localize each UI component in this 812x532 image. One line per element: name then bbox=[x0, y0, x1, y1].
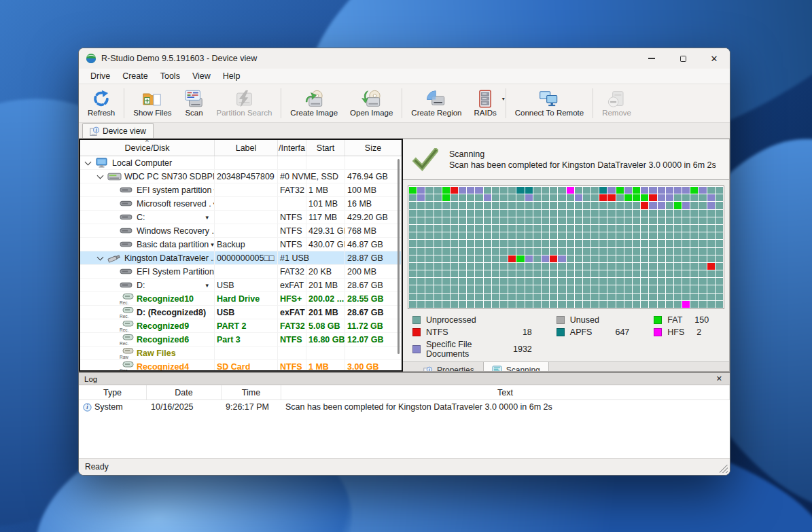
menu-create[interactable]: Create bbox=[116, 70, 154, 82]
scan-status-text: Scan has been completed for Kingston Dat… bbox=[449, 160, 716, 170]
scan-block bbox=[533, 301, 541, 308]
menu-tools[interactable]: Tools bbox=[154, 70, 186, 82]
scan-block bbox=[707, 202, 715, 209]
device-row-raw-files[interactable]: RawRaw Files bbox=[80, 347, 402, 360]
log-column-header-text[interactable]: Text bbox=[281, 385, 730, 400]
scan-block bbox=[649, 210, 656, 217]
scan-block bbox=[575, 278, 582, 285]
tab-device-view[interactable]: i Device view bbox=[82, 123, 154, 138]
minimize-button[interactable] bbox=[636, 48, 667, 69]
scan-block bbox=[641, 187, 648, 194]
log-row[interactable]: iSystem10/16/20259:26:17 PMScan has been… bbox=[79, 400, 730, 414]
scan-block bbox=[508, 301, 516, 308]
device-row-efi-system-partition[interactable]: EFI system partition▾FAT321 MB100 MB bbox=[80, 183, 402, 197]
scan-block bbox=[575, 217, 582, 224]
device-start-cell: 429.31 GB bbox=[306, 224, 345, 238]
device-row-recognized6[interactable]: Rec.Recognized6Part 3NTFS16.80 GB12.07 G… bbox=[80, 333, 402, 347]
scan-block bbox=[542, 202, 549, 209]
column-header-interfa[interactable]: /Interfa bbox=[278, 140, 306, 156]
device-row-microsoft-reserved[interactable]: Microsoft reserved .▾101 MB16 MB bbox=[80, 197, 402, 211]
chevron-down-icon[interactable] bbox=[97, 253, 104, 260]
column-header-size[interactable]: Size bbox=[345, 140, 402, 156]
device-row-d[interactable]: D:▾USBexFAT201 MB28.67 GB bbox=[80, 279, 402, 292]
connect-to-remote-button[interactable]: Connect To Remote bbox=[509, 86, 590, 121]
expand-marker[interactable]: ▾ bbox=[211, 241, 214, 248]
scan-block bbox=[575, 210, 582, 217]
scan-block bbox=[699, 278, 706, 285]
device-label-cell: SD Card bbox=[215, 360, 278, 370]
device-row-recognized4[interactable]: Rec.Recognized4SD CardNTFS1 MB3.00 GB bbox=[80, 360, 402, 370]
column-header-device-disk[interactable]: Device/Disk˄ bbox=[80, 140, 215, 156]
scan-block bbox=[707, 255, 715, 262]
create-region-label: Create Region bbox=[411, 109, 461, 117]
scan-block bbox=[666, 202, 673, 209]
device-fs-cell: FAT32 bbox=[278, 183, 306, 197]
device-row-recognized9[interactable]: Rec.Recognized9PART 2FAT325.08 GB11.72 G… bbox=[80, 319, 402, 333]
scan-block bbox=[666, 285, 673, 292]
device-row-efi-system-partition[interactable]: EFI System Partition▾FAT3220 KB200 MB bbox=[80, 265, 402, 279]
scan-block bbox=[658, 263, 665, 270]
raids-dropdown-arrow[interactable]: ▾ bbox=[502, 96, 505, 102]
menu-drive[interactable]: Drive bbox=[84, 70, 116, 82]
tab-scanning[interactable]: Scanning bbox=[483, 362, 549, 372]
scan-block bbox=[459, 202, 466, 209]
device-row-windows-recovery[interactable]: Windows Recovery .▾NTFS429.31 GB768 MB bbox=[80, 224, 402, 238]
scan-map[interactable] bbox=[408, 185, 724, 309]
device-name-cell: Microsoft reserved .▾ bbox=[80, 197, 215, 211]
menu-view[interactable]: View bbox=[186, 70, 217, 82]
scan-block bbox=[492, 194, 499, 201]
device-size-cell: 46.87 GB bbox=[345, 238, 402, 251]
column-header-start[interactable]: Start bbox=[306, 140, 345, 156]
create-image-button[interactable]: Create Image bbox=[284, 86, 344, 121]
scan-block bbox=[575, 255, 582, 262]
chevron-down-icon[interactable] bbox=[97, 172, 104, 179]
scan-block bbox=[500, 217, 508, 224]
device-row-recognized10[interactable]: Rec.Recognized10Hard DriveHFS+200.02 ...… bbox=[80, 292, 402, 306]
create-region-button[interactable]: Create Region bbox=[405, 86, 467, 121]
device-row-c[interactable]: C:▾NTFS117 MB429.20 GB bbox=[80, 211, 402, 224]
device-label-cell: USB bbox=[215, 306, 278, 319]
remove-icon bbox=[607, 90, 627, 108]
scan-block bbox=[707, 194, 715, 201]
scan-block bbox=[550, 248, 557, 255]
device-fs-cell bbox=[278, 197, 306, 211]
scan-block bbox=[716, 255, 723, 262]
scan-block bbox=[699, 210, 706, 217]
scan-block bbox=[716, 285, 723, 292]
device-row-local-computer[interactable]: Local Computer bbox=[80, 156, 402, 170]
column-header-label[interactable]: Label bbox=[215, 140, 278, 156]
tab-properties[interactable]: iProperties bbox=[414, 362, 483, 372]
scan-block bbox=[542, 240, 549, 247]
device-row-kingston-datatraveler[interactable]: Kingston DataTraveler ...0000000005□□#1 … bbox=[80, 251, 402, 265]
scan-button[interactable]: Scan bbox=[178, 86, 211, 121]
scan-block bbox=[442, 301, 450, 308]
expand-marker[interactable]: ▾ bbox=[205, 214, 212, 221]
expand-marker[interactable]: ▾ bbox=[205, 282, 212, 289]
title-bar[interactable]: R-Studio Demo 9.5.191603 - Device view ✕ bbox=[79, 48, 730, 69]
device-size-cell bbox=[345, 156, 402, 170]
scan-block bbox=[616, 278, 624, 285]
raids-button[interactable]: RAIDs▾ bbox=[468, 86, 503, 121]
resize-grip[interactable] bbox=[720, 465, 728, 473]
device-row-wdc-pc-sn730-sdbpn[interactable]: WDC PC SN730 SDBPN...20348P457809#0 NVME… bbox=[80, 170, 402, 183]
close-button[interactable]: ✕ bbox=[699, 48, 730, 69]
menu-help[interactable]: Help bbox=[217, 70, 247, 82]
log-column-header-type[interactable]: Type bbox=[79, 385, 147, 400]
scan-block bbox=[690, 263, 698, 270]
show-files-button[interactable]: Show Files bbox=[127, 86, 177, 121]
scan-block bbox=[607, 278, 615, 285]
refresh-button[interactable]: Refresh bbox=[82, 86, 121, 121]
scan-block bbox=[525, 225, 533, 232]
scan-block bbox=[542, 217, 549, 224]
chevron-down-icon[interactable] bbox=[85, 158, 92, 165]
device-row-d-recognized8[interactable]: Rec.D: (Recognized8)USBexFAT201 MB28.67 … bbox=[80, 306, 402, 319]
device-row-basic-data-partition[interactable]: Basic data partition▾BackupNTFS430.07 GB… bbox=[80, 238, 402, 251]
log-column-header-time[interactable]: Time bbox=[222, 385, 281, 400]
scan-block bbox=[500, 225, 508, 232]
device-start-cell: 16.80 GB bbox=[306, 333, 345, 347]
maximize-button[interactable] bbox=[667, 48, 699, 69]
device-table-scrollbar[interactable] bbox=[398, 159, 400, 354]
open-image-button[interactable]: Open Image bbox=[344, 86, 399, 121]
log-close-button[interactable]: ✕ bbox=[714, 374, 724, 383]
log-column-header-date[interactable]: Date bbox=[147, 385, 222, 400]
